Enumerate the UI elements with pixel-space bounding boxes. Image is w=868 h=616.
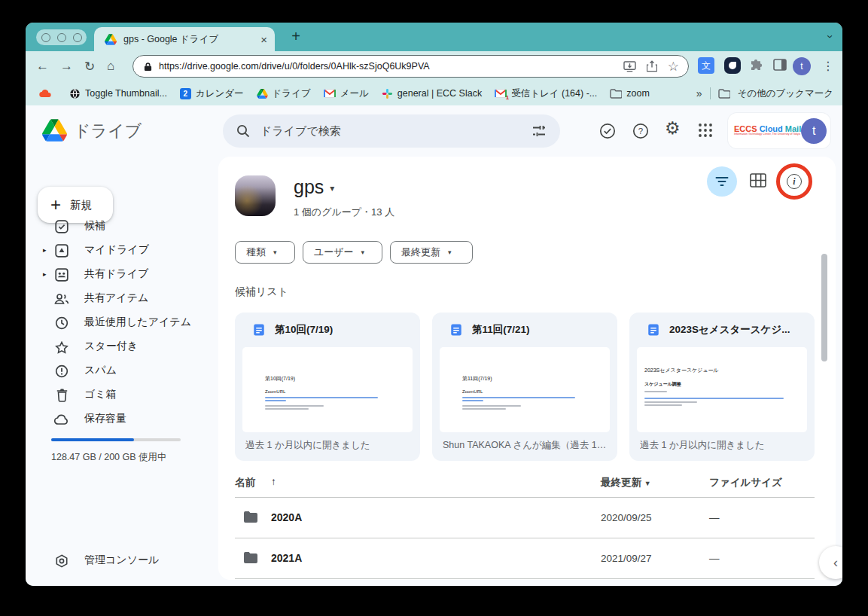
bookmark-drive[interactable]: ドライブ (257, 87, 311, 100)
docs-file-icon (449, 323, 463, 337)
suggested-file-card[interactable]: 第10回(7/19) 第10回(7/19) ZoomURL 過去 1 か月以内に… (235, 313, 420, 461)
filter-chip-people[interactable]: ユーザー▾ (303, 241, 382, 264)
side-panel-icon[interactable] (773, 59, 787, 71)
title-caret-icon[interactable]: ▾ (330, 183, 334, 194)
chevron-down-icon: ▾ (273, 249, 277, 256)
drive-logo-icon[interactable] (42, 119, 67, 142)
sidebar-item-spam[interactable]: スパム (26, 359, 218, 383)
extension-icon-dark[interactable] (724, 57, 741, 74)
expand-caret-icon[interactable]: ▸ (43, 270, 47, 278)
back-button[interactable]: ← (36, 59, 49, 74)
apps-grid-icon[interactable] (698, 123, 713, 138)
column-header-name[interactable]: 名前 (235, 476, 255, 489)
suggested-file-card[interactable]: 第11回(7/21) 第11回(7/19) ZoomURL Shun TAKAO… (432, 313, 617, 461)
filter-button[interactable] (707, 166, 737, 197)
tab-list-chevron-icon[interactable]: ‹ (822, 35, 835, 38)
forward-button[interactable]: → (60, 59, 73, 74)
translate-extension-icon[interactable]: 文 (698, 57, 714, 74)
filter-chip-modified[interactable]: 最終更新▾ (390, 241, 473, 264)
other-bookmarks-label[interactable]: その他のブックマーク (738, 87, 833, 100)
sidebar-item-suggested[interactable]: 候補 (26, 215, 218, 239)
url-text: https://drive.google.com/drive/u/0/folde… (159, 61, 613, 72)
account-avatar[interactable]: t (801, 118, 827, 144)
doc-preview: 第11回(7/19) ZoomURL (440, 347, 610, 432)
browser-window: gps - Google ドライブ × + ‹ ← → ↻ ⌂ https://… (26, 23, 842, 586)
bookmarks-overflow-icon[interactable]: » (696, 87, 702, 99)
suggested-section-title: 候補リスト (235, 285, 288, 299)
suggested-file-card[interactable]: 2023Sセメスタースケジ... 2023Sセメスタースケジュール スケジュール… (629, 313, 815, 461)
my-drive-icon (53, 242, 71, 260)
grid-view-button[interactable] (750, 173, 766, 188)
column-header-size[interactable]: ファイルサイズ (709, 476, 782, 489)
scrollbar-thumb[interactable] (821, 254, 827, 361)
search-bar[interactable]: ドライブで検索 (223, 114, 560, 148)
sidebar-item-shared-drives[interactable]: ▸ 共有ドライブ (26, 263, 218, 287)
search-icon (236, 124, 250, 138)
sidebar-item-shared-with-me[interactable]: 共有アイテム (26, 287, 218, 311)
lock-icon (144, 62, 152, 72)
search-options-icon[interactable] (531, 124, 547, 138)
account-chip[interactable]: ECCS Cloud Mail Information Technology C… (728, 113, 830, 148)
bookmark-folder-zoom[interactable]: zoom (610, 88, 650, 99)
folder-icon (244, 552, 257, 563)
reload-button[interactable]: ↻ (84, 59, 95, 75)
address-bar[interactable]: https://drive.google.com/drive/u/0/folde… (132, 55, 689, 78)
people-icon (53, 290, 71, 308)
slack-icon (382, 88, 393, 99)
bookmark-slack[interactable]: general | ECC Slack (382, 88, 482, 99)
card-activity-text: 過去 1 か月以内に開きました (245, 439, 410, 452)
home-button[interactable]: ⌂ (107, 59, 114, 74)
maximize-window-button[interactable] (73, 33, 82, 42)
tab-strip: gps - Google ドライブ × + ‹ (26, 23, 842, 51)
sidebar-item-my-drive[interactable]: ▸ マイドライブ (26, 239, 218, 263)
new-tab-button[interactable]: + (287, 28, 305, 46)
expand-caret-icon[interactable]: ▸ (43, 246, 47, 254)
svg-text:?: ? (638, 127, 643, 136)
browser-profile-avatar[interactable]: t (793, 57, 811, 75)
bookmark-mail[interactable]: メール (324, 87, 369, 100)
share-icon[interactable] (647, 60, 657, 72)
bookmark-calendar[interactable]: 2 カレンダー (180, 87, 244, 100)
chevron-down-icon: ▾ (361, 249, 365, 256)
page-title[interactable]: gps▾ (294, 176, 334, 198)
globe-icon (69, 88, 81, 99)
bookmark-inbox[interactable]: 1 受信トレイ (164) -... (495, 87, 597, 100)
calendar-icon: 2 (180, 88, 191, 99)
filter-chip-type[interactable]: 種類▾ (235, 241, 295, 264)
browser-menu-icon[interactable]: ⋮ (822, 59, 834, 73)
cloud-icon (53, 410, 71, 428)
admin-console-icon (53, 552, 71, 570)
bookmark-cloud[interactable] (39, 89, 56, 98)
bookmarks-divider (710, 87, 711, 99)
traffic-lights (36, 29, 87, 45)
help-icon[interactable]: ? (632, 123, 649, 139)
main-content: gps▾ 1 個のグループ・13 人 i 種類▾ ユーザー▾ 最終更新▾ 候補リ… (218, 157, 836, 580)
bookmark-star-icon[interactable]: ☆ (668, 59, 679, 75)
sidebar-item-admin-console[interactable]: 管理コンソール (26, 549, 218, 573)
sidebar-item-trash[interactable]: ゴミ箱 (26, 383, 218, 407)
storage-progress-fill (51, 438, 134, 441)
tab-close-icon[interactable]: × (260, 33, 267, 46)
settings-gear-icon[interactable]: ⚙ (665, 120, 681, 137)
browser-tab[interactable]: gps - Google ドライブ × (94, 27, 275, 51)
doc-preview: 第10回(7/19) ZoomURL (242, 347, 413, 432)
unread-badge: 1 (506, 94, 509, 101)
install-icon[interactable] (623, 61, 636, 72)
doc-preview: 2023Sセメスタースケジュール スケジュール調整 (637, 347, 807, 432)
card-activity-text: 過去 1 か月以内に開きました (640, 439, 804, 452)
sidebar-item-recent[interactable]: 最近使用したアイテム (26, 311, 218, 335)
sidebar-item-starred[interactable]: スター付き (26, 335, 218, 359)
bookmark-toggle-thumbnail[interactable]: Toggle Thumbnail... (69, 88, 167, 99)
chevron-down-icon: ▾ (448, 249, 452, 256)
cloud-bookmark-icon (39, 89, 52, 98)
close-window-button[interactable] (41, 33, 50, 42)
group-avatar[interactable] (235, 175, 276, 216)
drive-header: ドライブ ドライブで検索 ? ⚙ ECCS Cloud Mail Informa… (26, 105, 842, 157)
minimize-window-button[interactable] (57, 33, 66, 42)
sort-ascending-icon[interactable]: ↑ (271, 476, 276, 487)
sidebar-item-storage[interactable]: 保存容量 (26, 407, 218, 432)
extensions-puzzle-icon[interactable] (749, 58, 764, 73)
spam-icon (53, 362, 71, 380)
column-header-modified[interactable]: 最終更新 ▼ (601, 476, 651, 489)
availability-check-icon[interactable] (599, 123, 616, 139)
